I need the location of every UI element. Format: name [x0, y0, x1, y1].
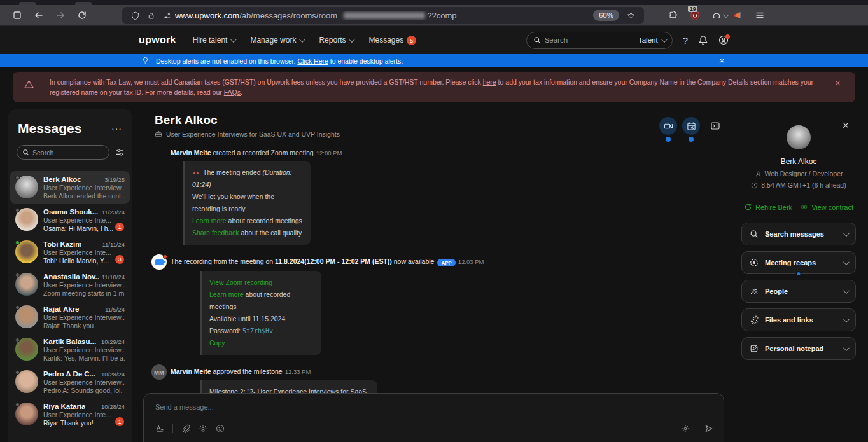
nav-messages[interactable]: Messages5 — [368, 36, 416, 45]
phone-down-icon — [192, 169, 200, 176]
text-format-icon[interactable] — [155, 424, 164, 433]
emoji-icon[interactable] — [216, 424, 225, 433]
copy-password-link[interactable]: Copy — [209, 339, 225, 347]
chevron-down-icon — [843, 316, 850, 322]
conversation-tobi[interactable]: Tobi Kazim11/11/24 User Experience Inte.… — [10, 236, 130, 268]
tax-faqs-link[interactable]: FAQs — [224, 88, 241, 96]
section-meeting-recaps[interactable]: Meeting recaps — [741, 251, 856, 274]
main-nav: Hire talent Manage work Reports Messages… — [193, 36, 416, 45]
learn-more-link[interactable]: Learn more — [192, 217, 227, 224]
section-files-and-links[interactable]: Files and links — [741, 308, 856, 331]
notifications-bell-icon[interactable] — [698, 35, 708, 45]
view-zoom-recording-link[interactable]: View Zoom recording — [209, 279, 272, 286]
back-icon[interactable] — [34, 10, 44, 20]
status-dot — [15, 208, 20, 212]
nav-reports[interactable]: Reports — [319, 36, 353, 45]
conversation-anastasiia[interactable]: Anastasiia Nov...11/10/24 User Experienc… — [10, 268, 130, 301]
nav-hire-talent[interactable]: Hire talent — [193, 36, 235, 45]
status-dot — [15, 273, 20, 277]
status-dot — [15, 338, 20, 342]
profile-name: Berk Alkoc — [741, 157, 856, 166]
apps-gear-icon[interactable] — [199, 424, 207, 433]
extensions-puzzle-icon[interactable] — [668, 10, 678, 20]
status-dot — [15, 176, 20, 180]
contract-title[interactable]: User Experience Interviews for SaaS UX a… — [166, 130, 340, 138]
search-input[interactable] — [545, 36, 615, 44]
section-personal-notepad[interactable]: Personal notepad — [741, 337, 856, 360]
learn-more-link[interactable]: Learn more — [209, 291, 244, 298]
more-options-icon[interactable]: ··· — [111, 123, 122, 134]
section-search-messages[interactable]: Search messages — [741, 223, 856, 245]
conversations-search[interactable] — [17, 145, 109, 160]
notepad-pencil-icon — [750, 344, 759, 353]
url-redacted-segment — [344, 12, 425, 19]
composer-placeholder[interactable]: Send a message... — [144, 394, 724, 411]
reload-icon[interactable] — [77, 10, 87, 20]
conversation-kartik[interactable]: Kartik Balasu...10/29/24 User Experience… — [10, 333, 130, 366]
calendar-clock-icon — [687, 121, 696, 131]
lock-icon[interactable] — [147, 11, 155, 20]
send-icon[interactable] — [704, 424, 713, 433]
tracking-shield-icon[interactable] — [131, 11, 139, 20]
global-search[interactable]: Talent — [526, 32, 673, 49]
upwork-logo[interactable]: upwork — [139, 34, 176, 46]
conversation-pedro[interactable]: Pedro A De C...10/28/24 User Experience … — [10, 366, 130, 398]
conversation-riya[interactable]: Riya Kataria10/28/24 User Experience Int… — [10, 398, 130, 431]
rehire-button[interactable]: Rehire Berk — [744, 203, 792, 211]
chevron-down-icon — [843, 287, 850, 294]
attachment-paperclip-icon[interactable] — [181, 424, 190, 433]
share-feedback-link[interactable]: Share feedback — [192, 229, 239, 237]
schedule-meeting-button[interactable] — [682, 117, 700, 135]
unread-badge: 3 — [115, 255, 124, 264]
section-people[interactable]: People — [741, 280, 856, 303]
enable-alerts-link[interactable]: Click Here — [297, 57, 328, 65]
permissions-icon[interactable] — [163, 11, 171, 20]
close-icon[interactable] — [842, 121, 850, 129]
chevron-down-icon — [299, 36, 305, 43]
help-icon[interactable]: ? — [683, 35, 688, 46]
timestamp: 12:03 PM — [458, 258, 484, 265]
adblock-extension[interactable]: 19 — [684, 10, 706, 20]
status-dot — [15, 403, 20, 407]
chevron-down-icon — [843, 230, 850, 237]
toggle-right-panel-icon[interactable] — [710, 121, 720, 131]
chevron-down-icon — [349, 36, 355, 43]
conversation-rajat[interactable]: Rajat Akre11/5/24 User Experience Interv… — [10, 301, 130, 333]
message-composer[interactable]: Send a message... — [143, 393, 724, 442]
rehire-refresh-icon — [744, 203, 752, 211]
megaphone-extension-icon[interactable] — [733, 10, 743, 20]
nav-manage-work[interactable]: Manage work — [250, 36, 304, 45]
close-icon[interactable] — [834, 79, 841, 86]
message-settings-gear-icon[interactable] — [681, 424, 690, 433]
view-contract-button[interactable]: View contract — [800, 203, 853, 211]
notification-dot — [163, 254, 167, 259]
chevron-down-icon — [843, 345, 850, 351]
account-menu[interactable] — [718, 35, 729, 45]
conversation-berk-alkoc[interactable]: Berk Alkoc3/19/25 User Experience Interv… — [10, 171, 130, 204]
headset-icon[interactable] — [711, 10, 722, 20]
url-bar[interactable]: www.upwork.com/ab/messages/rooms/room_??… — [122, 7, 644, 24]
recap-aperture-icon — [750, 258, 759, 267]
divider — [172, 424, 173, 433]
start-video-call-button[interactable] — [659, 117, 677, 135]
chat-area: Berk Alkoc User Experience Interviews fo… — [143, 113, 725, 442]
chevron-down-icon — [230, 36, 237, 43]
close-icon[interactable] — [718, 57, 725, 64]
url-text[interactable]: www.upwork.com/ab/messages/rooms/room_??… — [175, 11, 589, 20]
conversations-search-input[interactable] — [32, 149, 90, 156]
bookmark-star-icon[interactable] — [627, 11, 635, 20]
timestamp: 12:00 PM — [316, 149, 342, 156]
tax-here-link[interactable]: here — [483, 78, 496, 86]
menu-hamburger-icon[interactable] — [755, 10, 765, 20]
conversation-osama[interactable]: Osama Shouk...11/23/24 User Experience I… — [10, 204, 130, 236]
search-scope-select[interactable]: Talent — [638, 36, 666, 44]
unread-badge: 1 — [115, 417, 124, 426]
tab-overview-icon[interactable] — [12, 10, 22, 20]
composer-toolbar — [155, 424, 713, 433]
timestamp: 12:33 PM — [285, 368, 311, 375]
forward-icon[interactable] — [55, 10, 66, 20]
page-zoom-badge[interactable]: 60% — [593, 10, 619, 21]
headset-extension[interactable] — [706, 10, 727, 20]
filter-sliders-icon[interactable] — [115, 148, 125, 157]
search-icon — [533, 36, 541, 44]
